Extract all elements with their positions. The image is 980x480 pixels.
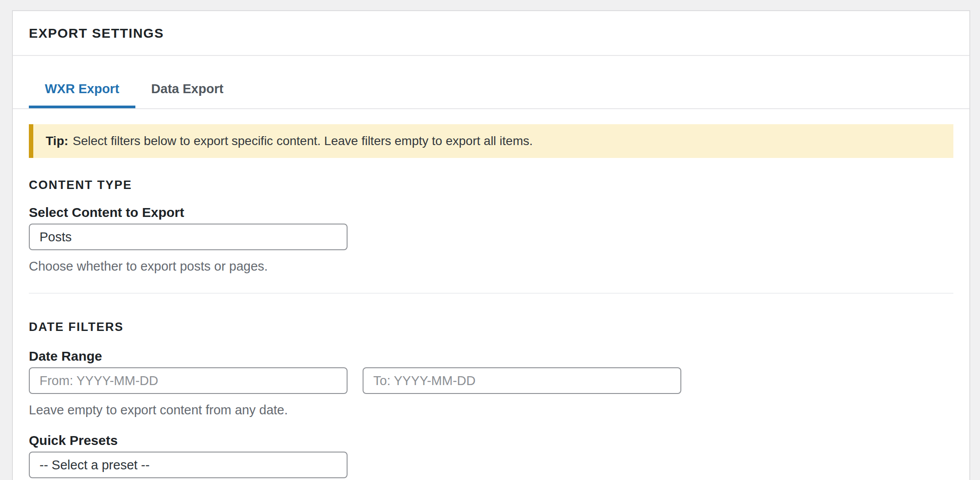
quick-presets-label: Quick Presets [29, 432, 953, 449]
content-type-heading: CONTENT TYPE [29, 178, 953, 192]
tab-data-export[interactable]: Data Export [135, 72, 240, 108]
date-range-help: Leave empty to export content from any d… [29, 402, 953, 418]
content-select-label: Select Content to Export [29, 204, 953, 221]
date-range-label: Date Range [29, 348, 953, 365]
quick-presets-select[interactable]: -- Select a preset -- [29, 452, 348, 478]
card-header: EXPORT SETTINGS [13, 11, 969, 56]
tip-text: Select filters below to export specific … [73, 134, 533, 148]
content-type-help: Choose whether to export posts or pages. [29, 258, 953, 274]
page-title: EXPORT SETTINGS [29, 26, 164, 41]
content-type-select[interactable]: Posts [29, 224, 348, 250]
tip-label: Tip: [46, 134, 68, 148]
date-filters-heading: DATE FILTERS [29, 320, 953, 334]
section-divider [29, 293, 953, 294]
card-body: Tip: Select filters below to export spec… [13, 124, 969, 478]
export-settings-card: EXPORT SETTINGS WXR Export Data Export T… [12, 10, 970, 480]
tab-bar: WXR Export Data Export [13, 56, 969, 109]
date-from-input[interactable] [29, 367, 348, 394]
tab-wxr-export[interactable]: WXR Export [29, 72, 135, 108]
date-range-row [29, 367, 953, 394]
date-to-input[interactable] [363, 367, 681, 394]
tip-notice: Tip: Select filters below to export spec… [29, 124, 953, 158]
